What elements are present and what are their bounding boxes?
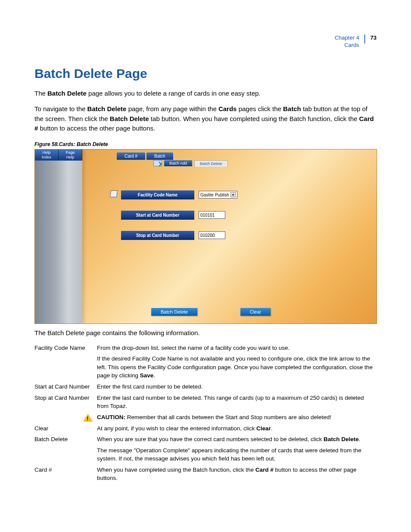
term-facility: Facility Code Name	[34, 342, 97, 354]
text: When you have completed using the Batch …	[97, 467, 255, 473]
start-input[interactable]	[199, 211, 225, 219]
screenshot: Help Index Page Help Card # Batch Batch …	[34, 149, 377, 324]
clear-button[interactable]: Clear	[240, 308, 271, 316]
text: .	[153, 372, 155, 379]
header-text: Chapter 4 Cards	[335, 34, 359, 49]
text: page, from any page within the	[126, 105, 218, 112]
bold: Batch Delete	[324, 436, 359, 442]
warning-icon	[83, 414, 93, 422]
table-row: Start at Card Number Enter the first car…	[34, 381, 377, 392]
dropdown-arrow-icon[interactable]: ▾	[230, 192, 236, 197]
text: tab button. When you have completed usin…	[149, 115, 359, 122]
def-start: Enter the first card number to be delete…	[97, 381, 377, 392]
text: pages click the	[237, 105, 283, 112]
sidebar-top: Help Index Page Help	[35, 149, 82, 161]
figure-caption: Figure 58.Cards: Batch Delete	[34, 141, 377, 147]
batch-delete-tab[interactable]: Batch Delete	[194, 160, 228, 167]
bold: Card #	[255, 467, 274, 473]
text: .	[359, 436, 361, 442]
def-card-num: When you have completed using the Batch …	[97, 464, 377, 484]
stop-label: Stop at Card Number	[121, 231, 194, 240]
stop-row: Stop at Card Number	[110, 231, 334, 240]
facility-row: Facility Code Name Gaslite Publish ▾	[110, 190, 334, 199]
bottom-buttons: Batch Delete Clear	[151, 308, 271, 316]
bold: Clear	[256, 425, 271, 432]
bold: Cards	[218, 105, 237, 112]
batch-add-tab[interactable]: Batch Add	[164, 160, 192, 166]
table-row: Card # When you have completed using the…	[34, 464, 377, 484]
table-row: Stop at Card Number Enter the last card …	[34, 392, 377, 412]
facility-value: Gaslite Publish	[200, 193, 229, 197]
screenshot-sidebar: Help Index Page Help	[35, 149, 82, 324]
bold: Batch Delete	[47, 90, 87, 97]
form-area: Facility Code Name Gaslite Publish ▾ Sta…	[110, 190, 334, 251]
text: If the desired Facility Code Name is not…	[97, 355, 373, 379]
text: At any point, if you wish to clear the e…	[97, 425, 256, 432]
term-batch-delete: Batch Delete	[34, 434, 97, 445]
link-arrow-icon[interactable]	[110, 190, 118, 197]
start-row: Start at Card Number	[110, 211, 334, 220]
stop-input[interactable]	[199, 231, 225, 239]
page-help-button[interactable]: Page Help	[59, 149, 82, 160]
page-title: Batch Delete Page	[34, 66, 377, 81]
help-index-button[interactable]: Help Index	[35, 149, 59, 160]
facility-label: Facility Code Name	[121, 190, 194, 199]
caution-label: CAUTION:	[97, 414, 125, 420]
term-start: Start at Card Number	[34, 381, 97, 392]
table-row: Facility Code Name From the drop-down li…	[34, 342, 377, 354]
top-tabs: Card # Batch	[117, 152, 173, 160]
section-line: Cards	[344, 42, 359, 48]
sub-tabs: Batch Add Batch Delete	[153, 160, 228, 167]
def-facility-2: If the desired Facility Code Name is not…	[97, 353, 377, 381]
def-batch-delete-2: The message "Operation Complete" appears…	[97, 445, 377, 464]
start-label: Start at Card Number	[121, 211, 194, 220]
def-caution: CAUTION: Remember that all cards between…	[97, 412, 377, 423]
intro-p2: To navigate to the Batch Delete page, fr…	[34, 104, 377, 134]
def-clear: At any point, if you wish to clear the e…	[97, 423, 377, 434]
def-facility-1: From the drop-down list, select the name…	[97, 342, 377, 354]
term-stop: Stop at Card Number	[34, 392, 97, 412]
page-header: Chapter 4 Cards | 73	[34, 34, 377, 49]
batch-delete-button[interactable]: Batch Delete	[151, 308, 197, 316]
bold: Batch Delete	[110, 115, 149, 122]
header-divider: |	[364, 34, 366, 43]
term-clear: Clear	[34, 423, 97, 434]
text: The	[34, 90, 47, 97]
intro-p1: The Batch Delete page allows you to dele…	[34, 89, 377, 99]
section-lead: The Batch Delete page contains the follo…	[34, 329, 377, 336]
table-row: Clear At any point, if you wish to clear…	[34, 423, 377, 434]
description-table: Facility Code Name From the drop-down li…	[34, 342, 377, 484]
text: When you are sure that you have the corr…	[97, 436, 324, 442]
text: To navigate to the	[34, 105, 87, 112]
header-right: Chapter 4 Cards | 73	[335, 34, 377, 49]
chapter-line: Chapter 4	[335, 34, 359, 41]
term-card-num: Card #	[34, 464, 97, 484]
bold: Save	[140, 372, 154, 379]
bold: Batch Delete	[87, 105, 127, 112]
sub-arrow-icon[interactable]	[153, 160, 162, 166]
page-number: 73	[371, 34, 377, 41]
text: button to access the other page buttons.	[38, 124, 155, 132]
batch-tab[interactable]: Batch	[146, 152, 173, 160]
table-row-caution: CAUTION: Remember that all cards between…	[34, 412, 377, 423]
text: page allows you to delete a range of car…	[87, 90, 261, 97]
caution-text: Remember that all cards between the Star…	[125, 414, 331, 420]
bold: Batch	[283, 105, 301, 112]
table-row: Batch Delete When you are sure that you …	[34, 434, 377, 445]
def-batch-delete-1: When you are sure that you have the corr…	[97, 434, 377, 445]
table-row: If the desired Facility Code Name is not…	[34, 353, 377, 381]
caution-cell	[34, 412, 97, 423]
card-number-tab[interactable]: Card #	[117, 152, 145, 160]
facility-select[interactable]: Gaslite Publish ▾	[199, 191, 237, 199]
text: .	[271, 425, 273, 432]
table-row: The message "Operation Complete" appears…	[34, 445, 377, 464]
def-stop: Enter the last card number to be deleted…	[97, 392, 377, 412]
